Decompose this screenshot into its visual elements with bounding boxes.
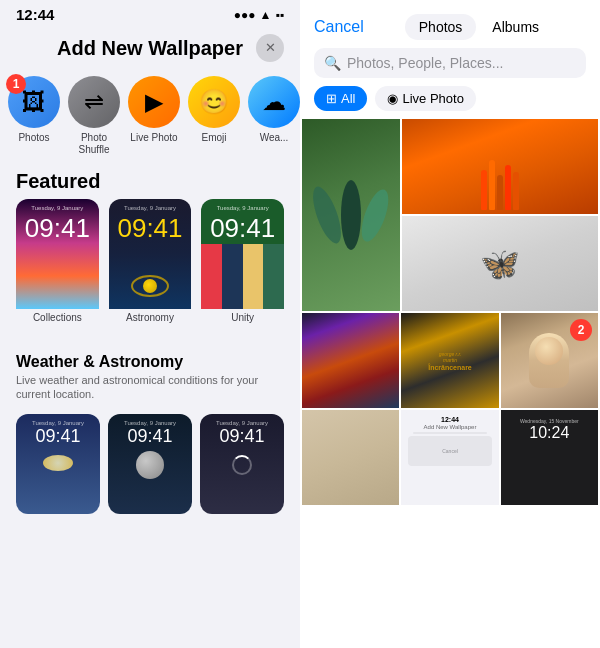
books-decoration: george r.r.martin Încrâncenare [401,313,498,408]
collections-card[interactable]: Tuesday, 9 January 09:41 Collections [16,199,99,339]
status-bar: 12:44 ●●● ▲ ▪▪ [0,0,300,27]
shuffle-icon: ⇌ [68,76,120,128]
live-photo-label: Live Photo [130,132,177,144]
photo-hair[interactable] [302,410,399,505]
grid-row-1: 🦋 [302,119,598,311]
tab-group: Photos Albums [372,14,586,40]
weather-card-2[interactable]: Tuesday, 9 January 09:41 [108,414,192,514]
emoji-label: Emoji [201,132,226,144]
tab-albums[interactable]: Albums [478,14,553,40]
screenshot-content: 12:44 Add New Wallpaper Cancel [403,412,496,503]
butterfly-decoration: 🦋 [402,216,598,311]
filter-live-photo[interactable]: ◉ Live Photo [375,86,475,111]
right-header: Cancel Photos Albums [300,0,600,48]
photos-icon: 1 🖼 [8,76,60,128]
weather-desc: Live weather and astronomical conditions… [16,373,284,402]
photos-label: Photos [18,132,49,144]
grid-row-3: 12:44 Add New Wallpaper Cancel Wednesday… [302,410,598,505]
icon-item-emoji[interactable]: 😊 Emoji [184,76,244,156]
cancel-button[interactable]: Cancel [314,18,364,36]
filter-all-label: All [341,91,355,106]
badge-2: 2 [570,319,592,341]
weather-cards-row: Tuesday, 9 January 09:41 Tuesday, 9 Janu… [0,408,300,514]
badge-1: 1 [6,74,26,94]
astronomy-label: Astronomy [109,309,192,326]
photo-butterfly[interactable]: 🦋 [402,216,598,311]
phone-datetime: Wednesday, 15 November 10:24 [503,412,596,503]
emoji-icon: 😊 [188,76,240,128]
shuffle-label: PhotoShuffle [79,132,110,156]
featured-label: Featured [0,160,300,199]
icon-item-weather[interactable]: ☁ Wea... [244,76,300,156]
collections-label: Collections [16,309,99,326]
plant-decoration [302,119,400,311]
photo-screenshot[interactable]: 12:44 Add New Wallpaper Cancel [401,410,498,505]
wifi-icon: ▲ [260,8,272,22]
phone-time: 10:24 [529,424,569,442]
unity-blocks [201,244,284,309]
wc1-time: 09:41 [35,426,80,447]
icon-row: 1 🖼 Photos ⇌ PhotoShuffle ▶ Live Photo 😊… [0,68,300,160]
photo-phone-time[interactable]: Wednesday, 15 November 10:24 [501,410,598,505]
featured-row: Tuesday, 9 January 09:41 Collections Tue… [0,199,300,349]
right-panel: Cancel Photos Albums 🔍 Photos, People, P… [300,0,600,648]
moon-icon [136,451,164,479]
battery-icon: ▪▪ [275,8,284,22]
live-photo-filter-icon: ◉ [387,91,398,106]
sheet-title: Add New Wallpaper [57,37,243,60]
collections-image: Tuesday, 9 January 09:41 [16,199,99,309]
bottles-decoration [402,119,598,214]
weather-section: Weather & Astronomy Live weather and ast… [0,349,300,408]
icon-item-live-photo[interactable]: ▶ Live Photo [124,76,184,156]
icon-item-shuffle[interactable]: ⇌ PhotoShuffle [64,76,124,156]
icon-item-photos[interactable]: 1 🖼 Photos [4,76,64,156]
photo-painting[interactable] [302,313,399,408]
grid-icon: ⊞ [326,91,337,106]
photo-bottles[interactable] [402,119,598,214]
search-icon: 🔍 [324,55,341,71]
astronomy-image: Tuesday, 9 January 09:41 [109,199,192,309]
status-icons: ●●● ▲ ▪▪ [234,8,284,22]
photo-plant[interactable] [302,119,400,311]
sheet-header: Add New Wallpaper ✕ [0,27,300,68]
weather-card-3[interactable]: Tuesday, 9 January 09:41 [200,414,284,514]
unity-image: Tuesday, 9 January 09:41 [201,199,284,309]
search-bar[interactable]: 🔍 Photos, People, Places... [314,48,586,78]
photo-doll[interactable]: 2 [501,313,598,408]
live-photo-icon: ▶ [128,76,180,128]
weather-card-1[interactable]: Tuesday, 9 January 09:41 [16,414,100,514]
filter-all[interactable]: ⊞ All [314,86,367,111]
screenshot-time: 12:44 [441,416,459,423]
grid-row-2: george r.r.martin Încrâncenare 2 [302,313,598,408]
unity-card[interactable]: Tuesday, 9 January 09:41 Unity [201,199,284,339]
left-panel: 12:44 ●●● ▲ ▪▪ Add New Wallpaper ✕ 1 🖼 P… [0,0,300,648]
filter-live-label: Live Photo [402,91,463,106]
wc2-time: 09:41 [127,426,172,447]
close-button[interactable]: ✕ [256,34,284,62]
unity-label: Unity [201,309,284,326]
status-time: 12:44 [16,6,54,23]
tab-photos[interactable]: Photos [405,14,477,40]
weather-label: Wea... [260,132,289,144]
loading-icon [232,455,252,475]
astronomy-card[interactable]: Tuesday, 9 January 09:41 Astronomy [109,199,192,339]
search-placeholder: Photos, People, Places... [347,55,503,71]
wc3-time: 09:41 [219,426,264,447]
photo-books[interactable]: george r.r.martin Încrâncenare [401,313,498,408]
weather-icon: ☁ [248,76,300,128]
weather-title: Weather & Astronomy [16,353,284,371]
filter-row: ⊞ All ◉ Live Photo [300,86,600,119]
signal-icon: ●●● [234,8,256,22]
photo-grid: 🦋 george r.r.martin Încrâncenare 2 [300,119,600,648]
